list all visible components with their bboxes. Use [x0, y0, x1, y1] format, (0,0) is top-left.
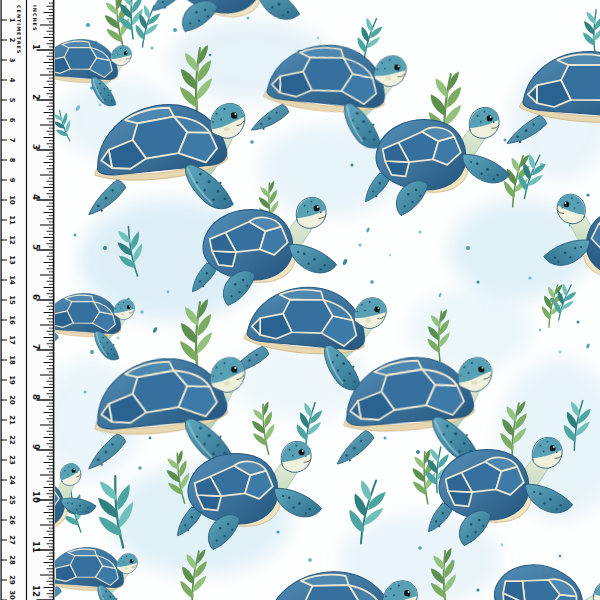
svg-text:8: 8 [8, 158, 16, 163]
svg-text:12: 12 [8, 235, 16, 245]
svg-text:8: 8 [31, 394, 41, 400]
svg-text:14: 14 [8, 275, 16, 285]
ruler-cm-label: CENTIMETRES [16, 5, 22, 54]
svg-text:6: 6 [8, 118, 16, 123]
svg-text:5: 5 [8, 98, 16, 103]
svg-text:4: 4 [8, 78, 16, 83]
svg-text:1: 1 [31, 44, 41, 50]
svg-text:5: 5 [31, 244, 41, 250]
ruler: 1234567891011121314151617181920212223242… [0, 0, 55, 600]
fabric-swatch-photo: 1234567891011121314151617181920212223242… [0, 0, 600, 600]
svg-text:4: 4 [31, 194, 41, 200]
svg-text:21: 21 [8, 415, 16, 425]
svg-text:25: 25 [8, 495, 16, 505]
ruler-inch-label: INCHES [32, 5, 38, 31]
svg-text:12: 12 [31, 585, 41, 597]
svg-text:11: 11 [8, 215, 16, 225]
svg-text:3: 3 [31, 144, 41, 150]
svg-text:29: 29 [8, 575, 16, 585]
svg-text:10: 10 [8, 195, 16, 205]
svg-text:2: 2 [31, 94, 41, 100]
svg-text:2: 2 [8, 38, 16, 43]
svg-text:16: 16 [8, 315, 16, 325]
svg-text:9: 9 [8, 178, 16, 183]
svg-text:18: 18 [8, 355, 16, 365]
svg-text:11: 11 [31, 541, 41, 553]
svg-text:15: 15 [8, 295, 16, 305]
svg-text:3: 3 [8, 58, 16, 63]
svg-text:23: 23 [8, 455, 16, 465]
svg-text:9: 9 [31, 444, 41, 450]
svg-text:10: 10 [31, 491, 41, 503]
turtle-fabric-pattern [0, 0, 600, 600]
svg-text:13: 13 [8, 255, 16, 265]
svg-text:20: 20 [8, 395, 16, 405]
svg-text:24: 24 [8, 475, 16, 485]
svg-text:27: 27 [8, 535, 16, 545]
svg-text:26: 26 [8, 515, 16, 525]
svg-text:30: 30 [8, 590, 16, 600]
svg-text:6: 6 [31, 294, 41, 300]
svg-text:7: 7 [31, 344, 41, 350]
svg-text:19: 19 [8, 375, 16, 385]
svg-text:17: 17 [8, 335, 16, 345]
svg-text:28: 28 [8, 555, 16, 565]
svg-text:7: 7 [8, 138, 16, 143]
svg-text:22: 22 [8, 435, 16, 445]
svg-text:1: 1 [8, 18, 16, 23]
